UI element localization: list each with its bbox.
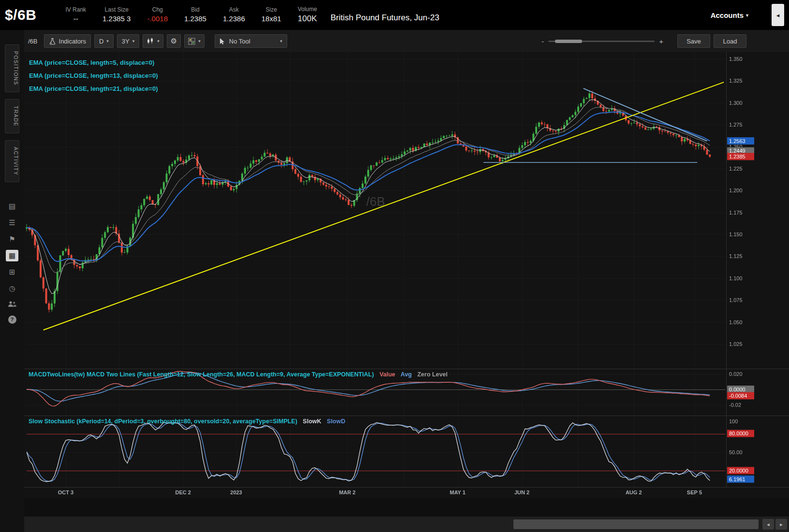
- charts-icon[interactable]: ▦: [6, 250, 18, 261]
- field-value: 1.2385 3: [102, 14, 131, 23]
- ema5-study-label[interactable]: EMA (price=CLOSE, length=5, displace=0): [29, 56, 158, 69]
- watchlist-icon[interactable]: ▤: [6, 201, 18, 212]
- chart-settings-button[interactable]: ⚙: [167, 34, 181, 48]
- chevron-down-icon: ▾: [106, 39, 109, 43]
- instrument-symbol: $/6B: [5, 7, 36, 23]
- orders-list-icon[interactable]: ☰: [6, 217, 18, 229]
- field-label: Chg: [152, 7, 163, 14]
- timeframe-value: D: [99, 38, 103, 45]
- chart-symbol-label: /6B: [28, 38, 38, 45]
- field-value: -.0018: [147, 14, 168, 23]
- chevron-down-icon: ▾: [198, 39, 201, 43]
- field-value: --: [73, 14, 78, 23]
- bottom-gap: [24, 498, 789, 517]
- ema13-study-label[interactable]: EMA (price=CLOSE, length=13, displace=0): [29, 69, 158, 82]
- stochastic-title: Slow Stochastic (kPeriod=14, dPeriod=3, …: [29, 418, 297, 425]
- chart-grid-style-icon: [188, 38, 195, 45]
- field-value: 100K: [298, 14, 317, 24]
- candlestick-style-icon: [146, 38, 154, 44]
- gear-icon: ⚙: [171, 37, 177, 45]
- chart-toolbar: /6B Indicators D ▾ 3Y ▾: [24, 30, 789, 52]
- accounts-label: Accounts: [711, 11, 744, 19]
- field-label: IV Rank: [65, 7, 86, 14]
- macd-study-label[interactable]: MACDTwoLines(tw) MACD Two Lines (Fast Le…: [29, 371, 452, 378]
- indicators-flask-icon: [49, 38, 56, 45]
- scroll-right-button[interactable]: ▸: [775, 519, 787, 530]
- field-change: Chg -.0018: [147, 7, 168, 23]
- stoch-legend-slowd: SlowD: [327, 418, 345, 425]
- macd-panel: MACDTwoLines(tw) MACD Two Lines (Fast Le…: [24, 369, 789, 416]
- quote-header: $/6B IV Rank -- Last Size 1.2385 3 Chg -…: [0, 0, 789, 30]
- tab-positions[interactable]: POSITIONS: [5, 44, 19, 92]
- field-ask: Ask 1.2386: [223, 7, 245, 23]
- zoom-control: - +: [541, 37, 663, 45]
- left-sidebar: POSITIONS TRADE ACTIVITY ▤ ☰ ⚑ ▦ ⊞ ◷ ?: [0, 30, 24, 532]
- field-last-size: Last Size 1.2385 3: [102, 7, 131, 23]
- ema21-study-label[interactable]: EMA (price=CLOSE, length=21, displace=0): [29, 82, 158, 95]
- stochastic-study-label[interactable]: Slow Stochastic (kPeriod=14, dPeriod=3, …: [29, 418, 349, 425]
- field-label: Size: [266, 7, 277, 14]
- field-value: 1.2386: [223, 14, 245, 23]
- range-value: 3Y: [122, 38, 130, 45]
- instrument-description: British Pound Futures, Jun-23: [331, 7, 439, 23]
- range-dropdown[interactable]: 3Y ▾: [117, 34, 139, 48]
- scroll-left-button[interactable]: ◂: [762, 519, 774, 530]
- price-chart-canvas[interactable]: [24, 52, 789, 369]
- cursor-arrow-icon: [219, 38, 225, 44]
- drawing-tool-dropdown[interactable]: No Tool ▾: [215, 34, 287, 48]
- chevron-down-icon: ▾: [280, 39, 282, 43]
- indicators-label: Indicators: [59, 38, 86, 45]
- timeframe-dropdown[interactable]: D ▾: [94, 34, 114, 48]
- alerts-icon[interactable]: ⚑: [6, 233, 18, 245]
- tab-trade[interactable]: TRADE: [5, 99, 19, 133]
- field-iv-rank: IV Rank --: [65, 7, 86, 23]
- save-button[interactable]: Save: [677, 34, 710, 48]
- stochastic-chart-canvas[interactable]: [24, 416, 789, 487]
- macd-legend-zero: Zero Level: [417, 371, 448, 378]
- zoom-slider[interactable]: [548, 41, 655, 42]
- time-axis: [24, 487, 789, 498]
- chevron-down-icon: ▾: [132, 39, 135, 43]
- grid-layout-dropdown[interactable]: ▾: [184, 34, 205, 48]
- chart-type-dropdown[interactable]: ▾: [143, 34, 163, 48]
- macd-legend-avg: Avg: [401, 371, 412, 378]
- scrollbar-buttons: ◂ ▸: [762, 519, 787, 530]
- field-volume: Volume 100K: [298, 6, 317, 23]
- chevron-down-icon: ▾: [746, 13, 748, 18]
- zoom-out-icon[interactable]: -: [541, 37, 544, 45]
- study-labels: EMA (price=CLOSE, length=5, displace=0) …: [29, 56, 158, 95]
- time-scrollbar-thumb[interactable]: [513, 519, 758, 529]
- zoom-slider-thumb[interactable]: [555, 40, 582, 43]
- field-value: 1.2385: [184, 14, 206, 23]
- chevron-down-icon: ▾: [157, 39, 160, 43]
- sidebar-icon-rail: ▤ ☰ ⚑ ▦ ⊞ ◷ ?: [6, 201, 18, 329]
- field-label: Volume: [298, 6, 317, 13]
- field-value: 18x81: [262, 14, 281, 23]
- price-panel: EMA (price=CLOSE, length=5, displace=0) …: [24, 52, 789, 369]
- stochastic-panel: Slow Stochastic (kPeriod=14, dPeriod=3, …: [24, 416, 789, 487]
- time-scrollbar[interactable]: ◂ ▸: [24, 517, 789, 532]
- field-bid: Bid 1.2385: [184, 7, 206, 23]
- community-people-icon[interactable]: [6, 299, 18, 311]
- accounts-menu[interactable]: Accounts ▾: [711, 11, 748, 19]
- tool-label: No Tool: [229, 38, 250, 45]
- stoch-legend-slowk: SlowK: [303, 418, 321, 425]
- history-clock-icon[interactable]: ◷: [6, 283, 18, 294]
- help-icon[interactable]: ?: [8, 316, 16, 324]
- zoom-in-icon[interactable]: +: [659, 37, 663, 45]
- load-button[interactable]: Load: [714, 34, 746, 48]
- scanners-icon[interactable]: ⊞: [6, 266, 18, 278]
- field-label: Bid: [191, 7, 199, 14]
- field-label: Last Size: [105, 7, 129, 14]
- macd-title: MACDTwoLines(tw) MACD Two Lines (Fast Le…: [29, 371, 374, 378]
- tab-activity[interactable]: ACTIVITY: [5, 140, 19, 182]
- field-label: Ask: [229, 7, 239, 14]
- indicators-button[interactable]: Indicators: [44, 34, 91, 48]
- field-size: Size 18x81: [262, 7, 281, 23]
- people-icon-shape: [8, 301, 16, 307]
- collapse-panel-button[interactable]: ◂: [772, 4, 784, 26]
- macd-legend-value: Value: [380, 371, 395, 378]
